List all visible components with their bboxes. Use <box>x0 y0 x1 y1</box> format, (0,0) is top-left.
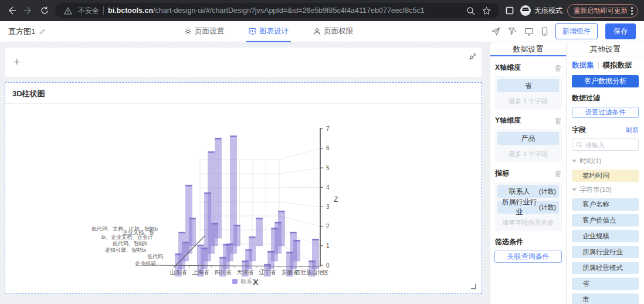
svg-text:上海省: 上海省 <box>192 269 209 275</box>
forward-icon[interactable] <box>22 5 34 16</box>
url-separator <box>103 6 104 15</box>
data-settings-panel: 数据设置 X轴维度 省 最多 1 个字段 Y轴维度 产品 最多 1 个字段 <box>490 42 566 304</box>
url-path: /chart-design-ui/#/chartDesign?jvsAppId=… <box>153 6 425 15</box>
url-domain: bi.bctools.cn <box>108 6 153 15</box>
add-component-button[interactable]: 新增组件 <box>555 23 598 39</box>
tab-label: 图表设计 <box>259 26 289 36</box>
other-settings-panel: 其他设置 数据集 模拟数据 客户数据分析 数据过滤 设置过滤条件 字段 刷新 <box>566 42 644 304</box>
field-group-strings[interactable]: 字符串(10) <box>572 185 639 194</box>
field-chip[interactable]: 客户价值点 <box>572 214 639 227</box>
trash-icon[interactable] <box>555 65 561 72</box>
svg-text:X: X <box>253 277 259 287</box>
edit-title-icon[interactable] <box>39 28 46 35</box>
caret-down-icon <box>572 160 577 163</box>
svg-text:7: 7 <box>326 126 330 132</box>
incognito-icon <box>520 5 531 16</box>
svg-text:0: 0 <box>326 262 330 269</box>
fields-label: 字段 <box>572 125 586 135</box>
set-filter-button[interactable]: 设置过滤条件 <box>572 107 639 118</box>
design-canvas: + 3D柱状图 01234567Z山东省上海省四川省天津省辽宁省安徽省西壮族自治… <box>0 42 490 304</box>
field-chip[interactable]: 企业规模 <box>572 230 639 242</box>
svg-text:2: 2 <box>326 223 330 229</box>
svg-text:1: 1 <box>326 242 330 249</box>
bar3d-chart[interactable]: 01234567Z山东省上海省四川省天津省辽宁省安徽省西壮族自治区企业邮箱低代码… <box>8 103 480 292</box>
tab-chart-design[interactable]: 图表设计 <box>249 21 289 42</box>
filter-icon[interactable] <box>508 27 517 36</box>
browser-chrome: 不安全 bi.bctools.cn/chart-design-ui/#/char… <box>0 0 644 21</box>
field-group-time[interactable]: 时间(1) <box>572 157 639 165</box>
group-label: 时间(1) <box>579 157 601 165</box>
metrics-label: 指标 <box>495 168 509 178</box>
svg-text:山东省: 山东省 <box>170 269 187 275</box>
mobile-preview-icon[interactable] <box>541 27 548 36</box>
field-chip[interactable]: 客户名称 <box>572 198 639 211</box>
url-text[interactable]: bi.bctools.cn/chart-design-ui/#/chartDes… <box>108 6 425 15</box>
svg-text:6: 6 <box>326 145 330 151</box>
browser-menu-icon[interactable] <box>631 7 633 15</box>
field-chip[interactable]: 市 <box>572 293 639 304</box>
svg-text:4: 4 <box>326 184 330 191</box>
dropzone-placeholder: 最多 1 个字段 <box>497 148 559 160</box>
tab-divider <box>598 62 599 69</box>
tab-data-settings[interactable]: 数据设置 <box>490 42 566 56</box>
tab-page-permissions[interactable]: 页面权限 <box>313 21 353 42</box>
bookmark-star-icon[interactable] <box>480 5 492 16</box>
pin-icon[interactable] <box>469 52 477 60</box>
tab-mock-data[interactable]: 模拟数据 <box>603 60 632 70</box>
search-icon[interactable] <box>465 5 476 16</box>
field-chip-x[interactable]: 省 <box>497 79 559 92</box>
tab-label: 页面权限 <box>324 26 353 36</box>
resize-handle[interactable] <box>471 284 476 289</box>
incognito-badge: 无痕模式 <box>520 5 562 16</box>
field-chip-y[interactable]: 产品 <box>497 132 559 145</box>
tab-page-settings[interactable]: 页面设置 <box>184 21 224 42</box>
field-search-input[interactable] <box>585 141 632 148</box>
reload-icon[interactable] <box>39 5 50 16</box>
update-label: 重新启动即可更新 <box>574 6 628 15</box>
field-chip[interactable]: 所属经营模式 <box>572 262 639 274</box>
filter-conditions-label: 筛选条件 <box>495 237 523 247</box>
field-search-box[interactable] <box>572 139 639 151</box>
dropzone-placeholder: 最多 1 个字段 <box>497 95 559 107</box>
security-label[interactable]: 不安全 <box>78 6 99 16</box>
desktop-preview-icon[interactable] <box>524 28 534 36</box>
y-dimension-dropzone[interactable]: 产品 最多 1 个字段 <box>494 129 562 162</box>
svg-text:5: 5 <box>326 165 330 171</box>
tab-dataset[interactable]: 数据集 <box>572 60 594 70</box>
chart-component-card[interactable]: 3D柱状图 01234567Z山东省上海省四川省天津省辽宁省安徽省西壮族自治区企… <box>5 82 482 294</box>
tab-other-settings[interactable]: 其他设置 <box>567 42 644 56</box>
chart-title: 3D柱状图 <box>5 83 482 103</box>
trash-icon[interactable] <box>555 170 561 177</box>
design-tabs: 页面设置 图表设计 页面权限 <box>46 21 492 42</box>
linked-query-button[interactable]: 关联查询条件 <box>494 251 562 263</box>
svg-text:辽宁省: 辽宁省 <box>259 269 276 275</box>
refresh-link[interactable]: 刷新 <box>626 126 639 134</box>
tab-switcher-icon[interactable] <box>504 5 516 16</box>
publish-icon[interactable] <box>492 27 500 36</box>
svg-text:低代码、文档、计划、智能b: 低代码、文档、计划、智能b <box>91 226 158 232</box>
svg-text:企业邮箱: 企业邮箱 <box>135 261 156 266</box>
back-icon[interactable] <box>6 5 18 16</box>
svg-text:Z: Z <box>334 195 338 204</box>
x-dimension-dropzone[interactable]: 省 最多 1 个字段 <box>494 76 562 109</box>
metric-chip[interactable]: 所属行业行业(计数) <box>497 201 559 214</box>
update-browser-button[interactable]: 重新启动即可更新 <box>567 4 638 18</box>
metrics-dropzone[interactable]: 联系人(计数)所属行业行业(计数) 请将字段拖至此处 <box>494 182 562 231</box>
dropzone-placeholder: 请将字段拖至此处 <box>497 217 559 228</box>
dataset-select-button[interactable]: 客户数据分析 <box>572 75 639 87</box>
metric-chip[interactable]: 联系人(计数) <box>497 185 559 198</box>
page-title-group: 直方图1 <box>8 26 46 37</box>
empty-component-card[interactable]: + <box>5 47 482 77</box>
svg-text:天津省: 天津省 <box>237 269 254 275</box>
field-chip[interactable]: 所属行业行业 <box>572 246 639 258</box>
svg-text:四川省: 四川省 <box>215 269 232 275</box>
y-dimension-label: Y轴维度 <box>495 116 521 126</box>
caret-down-icon <box>572 188 577 191</box>
save-button[interactable]: 保存 <box>605 23 636 39</box>
group-label: 字符串(10) <box>579 185 612 194</box>
field-chip[interactable]: 签约时间 <box>572 170 639 182</box>
field-chip[interactable]: 省 <box>572 278 639 290</box>
trash-icon[interactable] <box>555 117 561 124</box>
data-filter-label: 数据过滤 <box>572 93 639 103</box>
url-bar[interactable]: 不安全 bi.bctools.cn/chart-design-ui/#/char… <box>55 3 499 18</box>
